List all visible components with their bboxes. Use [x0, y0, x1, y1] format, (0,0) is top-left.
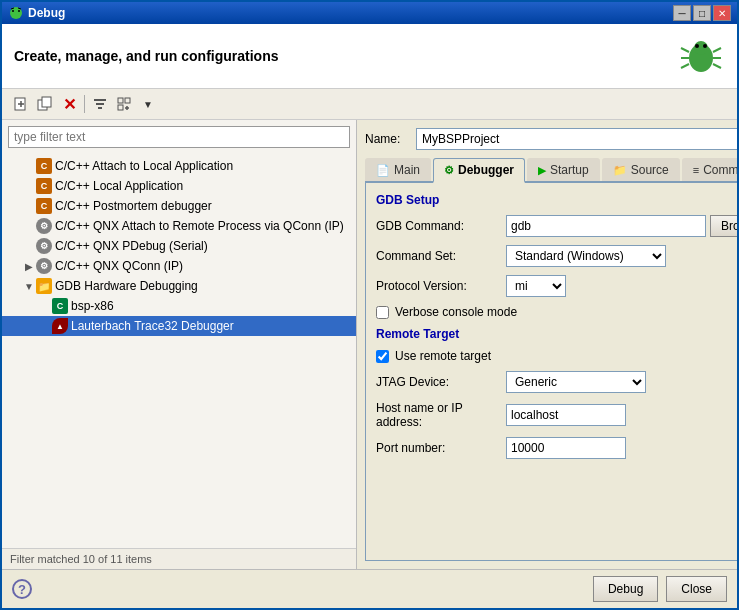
gdb-command-row: GDB Command: Browse... Variables...: [376, 215, 737, 237]
debug-window: Debug ─ □ ✕ Create, manage, and run conf…: [0, 0, 739, 610]
svg-point-2: [18, 10, 20, 12]
tree-label-6: C/C++ QNX QConn (IP): [55, 259, 183, 273]
filter-button[interactable]: [89, 93, 111, 115]
svg-rect-25: [118, 105, 123, 110]
tree-item-8[interactable]: C bsp-x86: [2, 296, 356, 316]
chip-icon-8: C: [52, 298, 68, 314]
help-button[interactable]: ?: [12, 579, 32, 599]
source-tab-icon: 📁: [613, 164, 627, 177]
command-set-select[interactable]: Standard (Windows) Standard Cygwin: [506, 245, 666, 267]
hostname-row: Host name or IP address:: [376, 401, 737, 429]
expand-9: [38, 319, 52, 333]
gear-icon-4: ⚙: [36, 218, 52, 234]
jtag-row: JTAG Device: Generic OpenOCD: [376, 371, 737, 393]
tree-item-4[interactable]: ⚙ C/C++ QNX Attach to Remote Process via…: [2, 216, 356, 236]
window-controls: ─ □ ✕: [673, 5, 731, 21]
use-remote-checkbox[interactable]: [376, 350, 389, 363]
verbose-checkbox[interactable]: [376, 306, 389, 319]
expand-8: [38, 299, 52, 313]
protocol-label: Protocol Version:: [376, 279, 506, 293]
command-set-label: Command Set:: [376, 249, 506, 263]
expand-6[interactable]: ▶: [22, 259, 36, 273]
svg-rect-21: [96, 103, 104, 105]
right-panel: Name: 📄 Main ⚙ Debugger ▶ Startup �: [357, 120, 737, 569]
tree-label-1: C/C++ Attach to Local Application: [55, 159, 233, 173]
common-tab-icon: ≡: [693, 164, 699, 176]
tree-item-2[interactable]: C C/C++ Local Application: [2, 176, 356, 196]
tree-item-9[interactable]: ▲ Lauterbach Trace32 Debugger: [2, 316, 356, 336]
svg-point-6: [694, 41, 708, 55]
tree-label-5: C/C++ QNX PDebug (Serial): [55, 239, 208, 253]
remote-target-section: Remote Target Use remote target JTAG Dev…: [376, 327, 737, 459]
tree-label-7: GDB Hardware Debugging: [55, 279, 198, 293]
verbose-label: Verbose console mode: [395, 305, 517, 319]
filter-input[interactable]: [8, 126, 350, 148]
c-icon-2: C: [36, 178, 52, 194]
delete-button[interactable]: ✕: [58, 93, 80, 115]
collapse-button[interactable]: [113, 93, 135, 115]
expand-2: [22, 179, 36, 193]
tabs-bar: 📄 Main ⚙ Debugger ▶ Startup 📁 Source ≡: [365, 158, 737, 183]
startup-tab-label: Startup: [550, 163, 589, 177]
close-button[interactable]: Close: [666, 576, 727, 602]
name-label: Name:: [365, 132, 410, 146]
tree-label-4: C/C++ QNX Attach to Remote Process via Q…: [55, 219, 344, 233]
tree-item-5[interactable]: ⚙ C/C++ QNX PDebug (Serial): [2, 236, 356, 256]
tab-debugger[interactable]: ⚙ Debugger: [433, 158, 525, 183]
source-tab-label: Source: [631, 163, 669, 177]
window-header: Create, manage, and run configurations: [2, 24, 737, 89]
port-row: Port number:: [376, 437, 737, 459]
minimize-button[interactable]: ─: [673, 5, 691, 21]
folder-icon-7: 📁: [36, 278, 52, 294]
name-row: Name:: [365, 128, 737, 150]
use-remote-row: Use remote target: [376, 349, 737, 363]
protocol-row: Protocol Version: mi mi1 mi2: [376, 275, 737, 297]
svg-rect-22: [98, 107, 102, 109]
svg-rect-23: [118, 98, 123, 103]
title-bar: Debug ─ □ ✕: [2, 2, 737, 24]
debug-button[interactable]: Debug: [593, 576, 658, 602]
toolbar: ✕ ▼: [2, 89, 737, 120]
hostname-input[interactable]: [506, 404, 626, 426]
expand-5: [22, 239, 36, 253]
view-menu-button[interactable]: ▼: [137, 93, 159, 115]
svg-line-9: [681, 64, 689, 68]
window-header-title: Create, manage, and run configurations: [14, 48, 279, 64]
tree-item-3[interactable]: C C/C++ Postmortem debugger: [2, 196, 356, 216]
tab-startup[interactable]: ▶ Startup: [527, 158, 600, 181]
window-title: Debug: [28, 6, 673, 20]
name-input[interactable]: [416, 128, 737, 150]
port-input[interactable]: [506, 437, 626, 459]
port-label: Port number:: [376, 441, 506, 455]
maximize-button[interactable]: □: [693, 5, 711, 21]
debugger-tab-label: Debugger: [458, 163, 514, 177]
expand-3: [22, 199, 36, 213]
tab-main[interactable]: 📄 Main: [365, 158, 431, 181]
svg-rect-24: [125, 98, 130, 103]
svg-line-12: [713, 64, 721, 68]
expand-1: [22, 159, 36, 173]
gdb-command-label: GDB Command:: [376, 219, 506, 233]
new-config-button[interactable]: [10, 93, 32, 115]
verbose-row: Verbose console mode: [376, 305, 737, 319]
c-icon-3: C: [36, 198, 52, 214]
tree-item-1[interactable]: C C/C++ Attach to Local Application: [2, 156, 356, 176]
tab-source[interactable]: 📁 Source: [602, 158, 680, 181]
main-content: C C/C++ Attach to Local Application C C/…: [2, 120, 737, 569]
browse-button[interactable]: Browse...: [710, 215, 737, 237]
protocol-select[interactable]: mi mi1 mi2: [506, 275, 566, 297]
gdb-command-input[interactable]: [506, 215, 706, 237]
tree-item-6[interactable]: ▶ ⚙ C/C++ QNX QConn (IP): [2, 256, 356, 276]
svg-point-14: [703, 44, 707, 48]
bug-logo: [677, 32, 725, 80]
tree-item-7[interactable]: ▼ 📁 GDB Hardware Debugging: [2, 276, 356, 296]
jtag-select[interactable]: Generic OpenOCD: [506, 371, 646, 393]
hostname-label: Host name or IP address:: [376, 401, 506, 429]
main-tab-label: Main: [394, 163, 420, 177]
duplicate-button[interactable]: [34, 93, 56, 115]
expand-7[interactable]: ▼: [22, 279, 36, 293]
close-window-button[interactable]: ✕: [713, 5, 731, 21]
tree-label-9: Lauterbach Trace32 Debugger: [71, 319, 234, 333]
tab-common[interactable]: ≡ Common: [682, 158, 737, 181]
tab-content-debugger: GDB Setup GDB Command: Browse... Variabl…: [365, 183, 737, 561]
